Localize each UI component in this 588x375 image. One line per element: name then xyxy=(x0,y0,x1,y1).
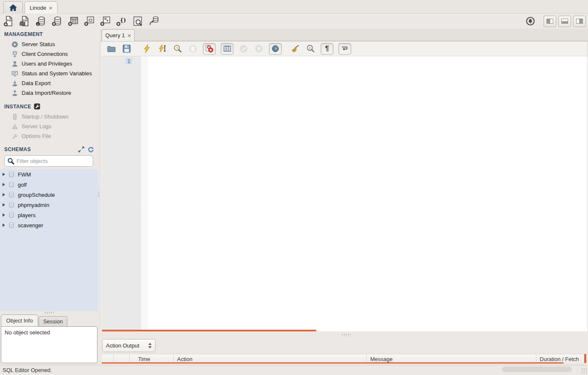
tab-session[interactable]: Session xyxy=(39,316,67,326)
sidebar: MANAGEMENT Server Status Client Connecti… xyxy=(0,29,98,365)
create-function-icon[interactable]: {) xyxy=(116,16,127,27)
stop-on-error-icon xyxy=(205,44,214,53)
new-sql-editor-icon[interactable]: SQL xyxy=(3,16,14,27)
save-script-icon[interactable] xyxy=(122,44,132,54)
editor-horizontal-scrollbar[interactable] xyxy=(102,330,316,331)
open-script-icon[interactable] xyxy=(106,44,116,54)
reconnect-dbms-icon[interactable] xyxy=(148,16,159,27)
sidebar-item-label: Data Export xyxy=(22,80,51,86)
sidebar-item-data-export[interactable]: Data Export xyxy=(0,78,98,88)
beautify-icon[interactable] xyxy=(290,44,300,54)
schema-item-groupschedule[interactable]: groupSchedule xyxy=(0,190,98,200)
sidebar-item-server-status[interactable]: Server Status xyxy=(0,39,98,49)
bottom-panel-icon xyxy=(561,19,568,24)
status-bar: SQL Editor Opened. xyxy=(0,365,588,375)
fold-margin xyxy=(141,56,148,330)
schema-item-scavenger[interactable]: scavenger xyxy=(0,220,98,230)
editor-area: Query 1 × xyxy=(100,29,588,365)
output-horizontal-scrollbar[interactable] xyxy=(102,362,563,364)
sidebar-item-status-system-variables[interactable]: Status and System Variables xyxy=(0,69,98,78)
users-icon xyxy=(11,60,18,67)
schema-icon xyxy=(8,171,15,178)
svg-text:SQL: SQL xyxy=(23,19,28,22)
word-wrap-icon xyxy=(341,45,349,52)
client-connections-icon xyxy=(11,50,18,58)
create-view-icon[interactable] xyxy=(83,16,95,27)
main-toolbar: SQL SQL i {) xyxy=(0,14,588,29)
svg-text:SQL: SQL xyxy=(7,19,12,22)
expander-icon[interactable] xyxy=(3,223,5,227)
expander-icon[interactable] xyxy=(3,203,5,207)
search-table-data-icon[interactable] xyxy=(132,16,143,27)
refresh-schemas-icon[interactable] xyxy=(88,146,94,153)
commit-icon xyxy=(239,44,249,54)
toggle-stop-on-error-button[interactable] xyxy=(203,43,216,55)
find-icon[interactable]: A xyxy=(305,44,316,54)
toggle-word-wrap-button[interactable] xyxy=(338,43,351,55)
schema-item-players[interactable]: players xyxy=(0,210,98,220)
schema-item-golf[interactable]: golf xyxy=(0,179,98,190)
connection-tabstrip: Linode × xyxy=(0,0,588,14)
expander-icon[interactable] xyxy=(3,173,5,176)
create-procedure-icon[interactable] xyxy=(100,16,111,27)
sidebar-item-label: Users and Privileges xyxy=(22,61,72,67)
toggle-bottom-panel-button[interactable] xyxy=(558,16,571,27)
toggle-right-panel-button[interactable] xyxy=(573,16,586,27)
toggle-invisible-characters-button[interactable]: ¶ xyxy=(321,43,333,55)
sidebar-item-server-logs[interactable]: Server Logs xyxy=(0,121,98,131)
tab-object-info[interactable]: Object Info xyxy=(1,314,38,326)
tab-query-1[interactable]: Query 1 × xyxy=(102,29,135,41)
sidebar-item-options-file[interactable]: Options File xyxy=(0,131,98,141)
home-icon xyxy=(9,4,17,11)
execute-icon[interactable] xyxy=(142,44,152,54)
notifications-icon[interactable] xyxy=(525,16,535,26)
expander-icon[interactable] xyxy=(3,183,5,186)
database-info-icon[interactable]: i xyxy=(35,16,47,27)
sidebar-item-label: Options File xyxy=(22,133,51,139)
create-schema-icon[interactable] xyxy=(51,16,63,27)
connection-tab-linode[interactable]: Linode × xyxy=(25,1,58,14)
schema-icon xyxy=(8,201,15,208)
home-tab[interactable] xyxy=(3,1,23,14)
sql-editor-toolbar: A ¶ xyxy=(100,41,588,56)
sql-editor[interactable]: 1 xyxy=(100,56,588,331)
schema-item-fwm[interactable]: FWM xyxy=(0,169,98,179)
wrench-icon xyxy=(11,132,18,140)
explain-plan-icon[interactable] xyxy=(172,44,183,54)
stepper-icon xyxy=(148,343,152,348)
sidebar-item-client-connections[interactable]: Client Connections xyxy=(0,49,98,59)
schema-item-phpmyadmin[interactable]: phpmyadmin xyxy=(0,200,98,210)
close-icon[interactable]: × xyxy=(128,32,131,39)
schema-icon xyxy=(8,212,15,218)
output-view-label: Action Output xyxy=(106,342,139,349)
sidebar-splitter-grip[interactable] xyxy=(44,312,54,314)
connection-tab-label: Linode xyxy=(30,5,46,11)
query-tabstrip: Query 1 × xyxy=(100,29,588,41)
system-variables-icon xyxy=(11,70,18,77)
expander-icon[interactable] xyxy=(3,193,5,196)
sidebar-item-users-and-privileges[interactable]: Users and Privileges xyxy=(0,59,98,69)
expand-schemas-icon[interactable] xyxy=(78,146,84,152)
limit-rows-button[interactable] xyxy=(221,43,233,55)
schema-icon xyxy=(8,222,15,229)
create-table-icon[interactable] xyxy=(67,16,79,27)
toggle-autocommit-button[interactable] xyxy=(269,43,282,55)
schema-name: golf xyxy=(18,182,27,188)
autocommit-icon xyxy=(271,44,280,53)
sidebar-item-startup-shutdown[interactable]: Startup / Shutdown xyxy=(0,112,98,121)
execute-current-statement-icon[interactable] xyxy=(157,44,167,54)
toggle-left-panel-button[interactable] xyxy=(544,16,556,27)
line-number-gutter: 1 xyxy=(101,56,141,330)
expander-icon[interactable] xyxy=(3,213,5,217)
statusbar-scrollbar-thumb[interactable] xyxy=(502,367,572,372)
output-splitter-grip[interactable] xyxy=(341,334,351,336)
sidebar-item-label: Startup / Shutdown xyxy=(22,113,69,120)
window-resize-grip[interactable] xyxy=(581,368,587,374)
schema-filter-input[interactable] xyxy=(17,158,91,164)
sidebar-item-data-import[interactable]: Data Import/Restore xyxy=(0,88,98,98)
output-view-select[interactable]: Action Output xyxy=(102,339,155,352)
open-sql-script-icon[interactable]: SQL xyxy=(19,16,31,27)
close-icon[interactable]: × xyxy=(49,5,53,11)
output-vertical-scrollbar[interactable] xyxy=(584,354,586,363)
left-panel-icon xyxy=(546,19,553,24)
